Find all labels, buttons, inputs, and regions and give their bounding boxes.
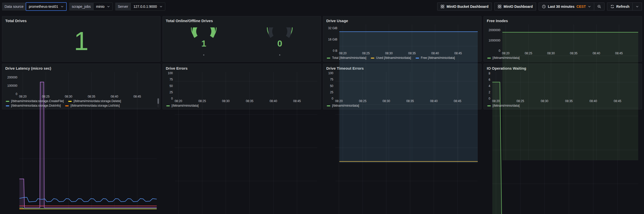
x-axis-label: 08:20 — [175, 99, 182, 103]
minio-dashboard-link[interactable]: MinIO Dashboard — [494, 3, 536, 11]
y-axis-label: 75 — [166, 78, 173, 81]
x-axis: 08:2008:2508:3008:3508:4008:45 — [175, 99, 317, 103]
apps-icon — [440, 5, 445, 9]
y-axis-label: 25 — [166, 91, 173, 94]
minio-bucket-dashboard-link[interactable]: MinIO Bucket Dashboard — [437, 3, 492, 11]
timeseries-chart: 010000020000008:2008:2508:3008:3508:4008… — [5, 71, 157, 108]
dashboard-toolbar: Data source prometheus-test01 scrape_job… — [2, 2, 642, 11]
legend-scrollbar[interactable] — [157, 98, 159, 108]
y-axis-label: 16 GiB — [326, 38, 337, 41]
x-axis-label: 08:40 — [270, 99, 277, 103]
zoom-out-icon — [597, 5, 601, 9]
x-axis: 08:2008:2508:3008:3508:4008:45 — [502, 51, 638, 55]
time-controls: Last 30 minutes CEST — [539, 3, 605, 11]
plot-canvas — [175, 72, 317, 214]
panel-title[interactable]: Free Inodes — [487, 18, 639, 23]
x-axis: 08:2008:2508:3008:3508:4008:45 — [335, 99, 478, 103]
time-range-picker[interactable]: Last 30 minutes CEST — [539, 3, 594, 11]
legend-item[interactable]: [/bitnami/minio/data:storage.ListVols] — [65, 104, 119, 108]
y-axis-label: 0 — [487, 49, 500, 52]
legend-item[interactable]: Free [/bitnami/minio/data] — [416, 56, 455, 60]
x-axis-label: 08:45 — [614, 99, 621, 103]
y-axis-label: 50 — [326, 84, 333, 88]
legend-item[interactable]: Used [/bitnami/minio/data] — [371, 56, 411, 60]
panel-title[interactable]: Total Online/Offline Drives — [166, 18, 318, 23]
y-axis-label: 0 — [326, 97, 333, 100]
x-axis-label: 08:25 — [359, 99, 367, 103]
link-label: MinIO Dashboard — [504, 5, 533, 9]
x-axis-label: 08:20 — [339, 52, 347, 55]
x-axis-label: 08:25 — [42, 95, 50, 98]
legend: [/bitnami/minio/data:storage.CreateFile]… — [5, 98, 157, 108]
legend-label: [/bitnami/minio/data] — [332, 104, 359, 108]
panel-title[interactable]: Total Drives — [5, 18, 157, 23]
panel-title[interactable]: Drive Errors — [166, 66, 318, 71]
legend-item[interactable]: Total [/bitnami/minio/data] — [327, 56, 366, 60]
toolbar-actions: MinIO Bucket Dashboard MinIO Dashboard L… — [437, 3, 642, 11]
zoom-out-time-button[interactable] — [594, 3, 605, 11]
refresh-interval-button[interactable] — [632, 3, 642, 11]
y-axis-label: 32 GiB — [326, 27, 337, 30]
legend: [/bitnami/minio/data] — [487, 103, 639, 108]
legend-scrollbar-thumb[interactable] — [157, 98, 159, 104]
server-select[interactable]: 127.0.0.1:9000 — [131, 3, 165, 11]
panel-title[interactable]: Drive Usage — [326, 18, 478, 23]
y-axis-label: 25 — [326, 91, 333, 94]
legend-swatch — [6, 101, 9, 102]
legend-item[interactable]: [/bitnami/minio/data:storage.DiskInfo] — [6, 104, 61, 108]
plot-area: 0 B16 GiB32 GiB — [326, 24, 478, 51]
y-axis-label: 4 — [487, 84, 490, 88]
refresh-button[interactable]: Refresh — [607, 3, 633, 11]
scrape-jobs-value: minio — [96, 5, 104, 9]
x-axis-label: 08:40 — [430, 99, 438, 103]
x-axis-label: 08:30 — [547, 52, 555, 55]
gauge-value: 1 — [201, 38, 206, 48]
x-axis-label: 08:45 — [133, 95, 141, 98]
legend-label: Used [/bitnami/minio/data] — [376, 56, 411, 60]
server-picker: Server 127.0.0.1:9000 — [115, 3, 165, 11]
time-range-label: Last 30 minutes — [548, 5, 575, 9]
x-axis-label: 08:20 — [335, 99, 343, 103]
gauge: 1 — [181, 27, 226, 58]
legend-item[interactable]: [/bitnami/minio/data] — [166, 104, 198, 108]
legend-swatch — [416, 58, 419, 59]
legend-swatch — [327, 58, 330, 59]
scrape-jobs-select[interactable]: minio — [93, 3, 113, 11]
x-axis-label: 08:40 — [589, 99, 597, 103]
y-axis-label: 100000 — [5, 84, 17, 87]
x-axis-label: 08:35 — [246, 99, 253, 103]
y-axis-label: 8 — [487, 72, 490, 75]
legend-item[interactable]: [/bitnami/minio/data:storage.Delete] — [68, 99, 121, 103]
scrape-jobs-picker: scrape_jobs minio — [69, 3, 113, 11]
timezone-label: CEST — [577, 5, 586, 9]
panel-free-inodes: Free Inodes 01000000200000008:2008:2508:… — [484, 16, 642, 62]
panel-title[interactable]: Drive Latency (micro sec) — [5, 66, 157, 71]
y-axis-label: 0 — [166, 97, 173, 100]
legend-item[interactable]: [/bitnami/minio/data] — [487, 104, 519, 108]
legend: [/bitnami/minio/data] — [166, 103, 318, 108]
y-axis-label: 200000 — [5, 76, 17, 79]
x-axis-label: 08:35 — [88, 95, 95, 98]
refresh-controls: Refresh — [607, 3, 642, 11]
gauge: 0 — [257, 27, 302, 58]
timeseries-chart: 0 B16 GiB32 GiB08:2008:2508:3008:3508:40… — [326, 24, 478, 60]
y-axis-label: 0 — [487, 97, 490, 100]
server-value: 127.0.0.1:9000 — [133, 5, 157, 9]
x-axis-label: 08:35 — [408, 52, 416, 55]
legend-label: [/bitnami/minio/data:storage.CreateFile] — [11, 99, 64, 103]
y-axis-label: 2000000 — [487, 29, 500, 32]
clock-icon — [542, 5, 546, 9]
x-axis-label: 08:30 — [383, 99, 390, 103]
datasource-select[interactable]: prometheus-test01 — [26, 2, 67, 11]
refresh-label: Refresh — [616, 5, 629, 9]
legend: [/bitnami/minio/data] — [326, 103, 478, 108]
legend-item[interactable]: [/bitnami/minio/data] — [487, 56, 519, 60]
y-axis-label: 1000000 — [487, 39, 500, 42]
x-axis-label: 08:20 — [19, 95, 27, 98]
timeseries-chart: 0246808:2008:2508:3008:3508:4008:45[/bit… — [487, 71, 639, 108]
legend-swatch — [65, 105, 69, 106]
legend-item[interactable]: [/bitnami/minio/data:storage.CreateFile] — [6, 99, 64, 103]
legend-item[interactable]: [/bitnami/minio/data] — [327, 104, 359, 108]
y-axis-label: 100 — [166, 72, 173, 75]
timeseries-chart: 025507510008:2008:2508:3008:3508:4008:45… — [326, 71, 478, 108]
